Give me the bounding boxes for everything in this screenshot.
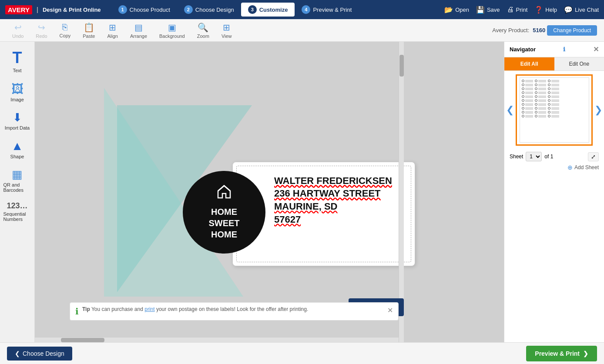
add-sheet-icon: ⊕ (567, 164, 573, 171)
nav-line (525, 109, 533, 110)
tip-content: Tip You can purchase and print your own … (82, 306, 384, 312)
nav-line (538, 81, 546, 81)
background-button[interactable]: ▣ Background (154, 20, 190, 40)
nav-dot (522, 99, 524, 102)
paste-button[interactable]: 📋 Paste (77, 20, 100, 40)
arrange-button[interactable]: ▤ Arrange (125, 20, 152, 40)
nav-label-item (535, 83, 546, 86)
nav-dot (535, 83, 537, 86)
zoom-button[interactable]: 🔍 Zoom (192, 20, 215, 40)
nav-dot (535, 115, 537, 117)
nav-line (551, 100, 559, 101)
nav-dot (535, 87, 537, 90)
step-1-label: Choose Product (130, 7, 170, 13)
nav-line (551, 89, 559, 89)
nav-label-item (548, 80, 559, 82)
sheet-row (522, 99, 587, 102)
edit-all-button[interactable]: Edit All (504, 57, 554, 70)
navigator-panel: Navigator ℹ ✕ Edit All Edit One ❮ ❯ Shee… (504, 42, 604, 342)
nav-dot (522, 87, 524, 90)
step-4-num: 4 (302, 5, 310, 14)
step-navigation: 1 Choose Product 2 Choose Design 3 Custo… (111, 3, 441, 17)
open-button[interactable]: 📂 Open (444, 6, 469, 14)
nav-label-item (548, 107, 559, 110)
product-info: Avery Product: 5160 (492, 27, 545, 33)
open-label: Open (455, 7, 469, 13)
edit-one-button[interactable]: Edit One (554, 57, 604, 70)
sheet-row (522, 111, 587, 114)
nav-label-item (522, 103, 533, 106)
print-label: Print (516, 7, 528, 13)
nav-line (551, 107, 559, 108)
label-box[interactable]: HOME SWEET HOME WALTER FREDERICKSEN 236 … (232, 162, 415, 266)
add-sheet-area[interactable]: ⊕ Add Sheet (504, 164, 604, 173)
product-number: 5160 (533, 27, 545, 33)
nav-line (525, 115, 533, 116)
canvas-scroll[interactable]: HOME SWEET HOME WALTER FREDERICKSEN 236 … (35, 42, 504, 342)
sheet-preview-container: ❮ ❯ (504, 71, 604, 149)
nav-dot (548, 83, 550, 86)
navigator-close-button[interactable]: ✕ (593, 45, 599, 53)
choose-design-arrow: ❮ (15, 350, 20, 357)
preview-print-button[interactable]: Preview & Print ❯ (526, 346, 597, 361)
choose-design-button[interactable]: ❮ Choose Design (7, 347, 72, 361)
sidebar-item-import[interactable]: ⬇ Import Data (2, 107, 33, 134)
sheet-select[interactable]: 1 (526, 152, 542, 161)
canvas-area: HOME SWEET HOME WALTER FREDERICKSEN 236 … (35, 42, 504, 342)
nav-dot (522, 91, 524, 94)
step-4-preview-print[interactable]: 4 Preview & Print (295, 3, 359, 17)
copy-button[interactable]: ⎘ Copy (54, 20, 76, 40)
nav-line (551, 117, 559, 117)
nav-dot (522, 107, 524, 110)
navigator-info-icon[interactable]: ℹ (563, 46, 565, 53)
view-button[interactable]: ⊞ View (216, 20, 237, 40)
livechat-button[interactable]: 💬 Live Chat (564, 6, 599, 14)
step-2-choose-design[interactable]: 2 Choose Design (177, 3, 241, 17)
nav-line (538, 112, 546, 113)
horizontal-scrollbar[interactable] (35, 337, 399, 342)
nav-dot (548, 111, 550, 114)
help-button[interactable]: ❓ Help (534, 6, 557, 14)
nav-line (551, 104, 559, 104)
sidebar-item-shape[interactable]: ▲ Shape (2, 136, 33, 163)
nav-line (538, 82, 546, 82)
main-layout: T Text 🖼 Image ⬇ Import Data ▲ Shape ▦ Q… (0, 42, 604, 342)
save-button[interactable]: 💾 Save (476, 6, 500, 14)
sidebar-image-label: Image (10, 97, 24, 102)
nav-prev-arrow[interactable]: ❮ (506, 104, 514, 116)
nav-line (538, 97, 546, 97)
house-icon (216, 184, 232, 204)
sidebar-item-image[interactable]: 🖼 Image (2, 78, 33, 106)
nav-line (538, 109, 546, 110)
circle-logo[interactable]: HOME SWEET HOME (183, 171, 265, 254)
nav-dot (522, 103, 524, 106)
change-product-button[interactable]: Change Product (547, 25, 597, 36)
sidebar-item-qr[interactable]: ▦ QR and Barcodes (2, 164, 33, 196)
sidebar-item-text[interactable]: T Text (2, 45, 33, 77)
address-text[interactable]: WALTER FREDERICKSEN 236 HARTWAY STREET M… (274, 174, 392, 226)
vertical-scrollbar-thumb[interactable] (399, 55, 404, 77)
align-button[interactable]: ⊞ Align (102, 20, 123, 40)
step-4-label: Preview & Print (313, 7, 352, 13)
print-button[interactable]: 🖨 Print (507, 6, 528, 13)
sidebar-item-sequential[interactable]: 123… Sequential Numbers (2, 198, 33, 225)
avery-logo: AVERY | Design & Print Online (5, 5, 101, 14)
help-label: Help (545, 7, 557, 13)
expand-button[interactable]: ⤢ (588, 152, 599, 161)
nav-next-arrow[interactable]: ❯ (594, 104, 602, 116)
nav-label-item (548, 115, 559, 117)
nav-line (538, 101, 546, 102)
preview-print-arrow: ❯ (583, 350, 588, 357)
step-3-customize[interactable]: 3 Customize (241, 3, 295, 17)
horizontal-scrollbar-thumb[interactable] (61, 338, 104, 342)
vertical-scrollbar[interactable] (399, 42, 404, 342)
redo-button[interactable]: ↪ Redo (30, 20, 52, 40)
step-1-choose-product[interactable]: 1 Choose Product (111, 3, 177, 17)
align-label: Align (107, 33, 117, 39)
undo-button[interactable]: ↩ Undo (7, 20, 29, 40)
tip-close-button[interactable]: ✕ (387, 306, 393, 314)
nav-dot (548, 107, 550, 110)
nav-line (525, 97, 533, 97)
tip-link[interactable]: print (144, 306, 154, 312)
print-icon: 🖨 (507, 6, 514, 13)
